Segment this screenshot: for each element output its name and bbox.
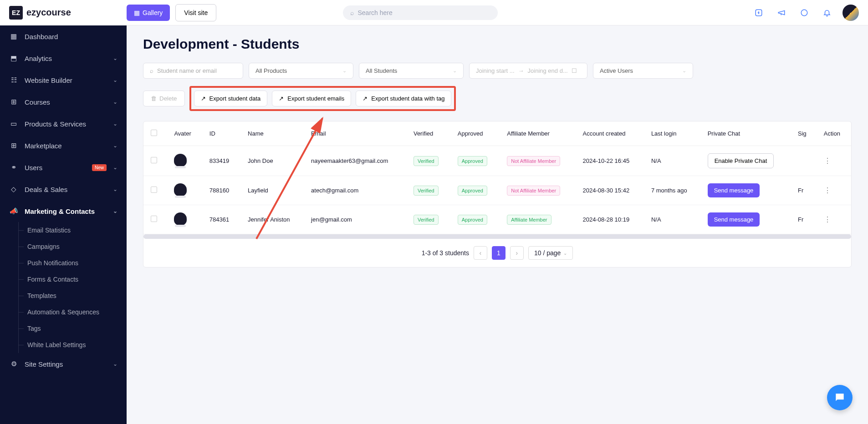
row-actions-menu[interactable]: ⋮ [824,157,831,165]
delete-label: Delete [159,95,177,102]
horizontal-scrollbar[interactable] [143,234,851,239]
sidebar-label: Users [25,164,84,172]
sidebar-item-products-services[interactable]: ▭ Products & Services ⌄ [0,113,127,135]
page-title: Development - Students [143,36,852,52]
export-buttons-highlight: ↗ Export student data ↗ Export student e… [189,86,456,111]
sidebar-label: Marketplace [25,142,107,150]
dashboard-icon: ▦ [9,32,18,41]
sidebar-label: Courses [25,98,107,106]
sidebar-item-users[interactable]: ⚭ Users New ⌄ [0,156,127,178]
date-end: Joining end d... [528,67,568,74]
products-icon: ▭ [9,119,18,128]
sidebar-sub-campaigns[interactable]: Campaigns [18,238,127,255]
chevron-down-icon: ⌄ [682,68,686,74]
approved-badge: Approved [458,156,487,166]
sidebar-sub-tags[interactable]: Tags [18,320,127,337]
export-student-data-tag-button[interactable]: ↗ Export student data with tag [356,91,451,106]
chat-fab-button[interactable] [827,385,853,410]
send-message-button[interactable]: Send message [708,183,760,197]
chevron-down-icon: ⌄ [113,99,117,105]
sidebar-item-dashboard[interactable]: ▦ Dashboard [0,25,127,47]
cell-name: Layfield [240,176,304,205]
message-icon[interactable] [797,5,812,20]
sidebar-sub-forms-contacts[interactable]: Forms & Contacts [18,271,127,288]
products-value: All Products [255,67,287,74]
search-placeholder: Search here [357,9,392,16]
cell-name: Jennifer Aniston [240,205,304,234]
affiliate-badge: Not Affiliate Member [507,156,560,166]
row-checkbox[interactable] [151,187,157,193]
sidebar-label: Analytics [25,55,107,62]
date-start: Joining start ... [476,67,515,74]
settings-icon: ⚙ [9,359,18,368]
cell-sig: Fr [791,205,817,234]
row-checkbox[interactable] [151,157,157,163]
search-icon: ⌕ [350,9,354,16]
row-actions-menu[interactable]: ⋮ [824,187,831,194]
next-page-button[interactable]: › [510,246,524,260]
students-value: All Students [366,67,397,74]
delete-button[interactable]: 🗑 Delete [143,91,185,106]
verified-badge: Verified [414,156,439,166]
send-message-button[interactable]: Send message [708,212,760,227]
gallery-button[interactable]: ▦ Gallery [127,5,170,21]
products-filter[interactable]: All Products ⌄ [249,63,353,79]
export-student-emails-button[interactable]: ↗ Export student emails [272,91,351,106]
announcement-icon[interactable] [774,5,789,20]
row-actions-menu[interactable]: ⋮ [824,216,831,223]
chevron-down-icon: ⌄ [113,77,117,83]
chevron-down-icon: ⌄ [342,68,347,74]
sidebar-item-courses[interactable]: ⊞ Courses ⌄ [0,91,127,113]
column-header: Account created [575,121,643,146]
prev-page-button[interactable]: ‹ [474,246,487,260]
gallery-icon: ▦ [134,9,140,16]
column-header: Private Chat [700,121,791,146]
facebook-icon[interactable] [751,5,766,20]
per-page-label: 10 / page [534,249,561,257]
sidebar-item-analytics[interactable]: ⬒ Analytics ⌄ [0,47,127,69]
search-icon: ⌕ [150,67,153,74]
export-student-data-button[interactable]: ↗ Export student data [194,91,268,106]
student-search-input[interactable]: ⌕ Student name or email [143,63,243,79]
sidebar-item-deals-sales[interactable]: ◇ Deals & Sales ⌄ [0,178,127,200]
sidebar-sub-white-label-settings[interactable]: White Label Settings [18,337,127,353]
website-icon: ☷ [9,76,18,85]
avatar-icon [174,183,187,196]
sidebar-sub-templates[interactable]: Templates [18,288,127,304]
chevron-down-icon: ⌄ [113,55,117,61]
column-header: Action [817,121,851,146]
calendar-icon: ☐ [572,67,577,74]
brand-logo[interactable]: EZ ezycourse [9,6,127,20]
marketplace-icon: ⊞ [9,141,18,150]
sidebar-sub-automation-sequences[interactable]: Automation & Sequences [18,304,127,320]
status-filter[interactable]: Active Users ⌄ [593,63,693,79]
sidebar-sub-email-statistics[interactable]: Email Statistics [18,222,127,238]
notification-bell-icon[interactable] [820,5,834,20]
sidebar-item-marketplace[interactable]: ⊞ Marketplace ⌄ [0,135,127,156]
chevron-down-icon: ⌄ [113,164,117,171]
visit-site-button[interactable]: Visit site [175,4,216,21]
cell-name: John Doe [240,146,304,176]
verified-badge: Verified [414,215,439,225]
export3-label: Export student data with tag [371,95,444,102]
page-1-button[interactable]: 1 [492,246,505,260]
row-checkbox[interactable] [151,216,157,222]
global-search[interactable]: ⌕ Search here [343,5,498,20]
avatar-icon [174,212,187,225]
column-header: ID [202,121,240,146]
date-range-filter[interactable]: Joining start ... → Joining end d... ☐ [469,63,587,79]
column-header: Approved [450,121,500,146]
select-all-checkbox[interactable] [151,130,157,136]
per-page-select[interactable]: 10 / page ⌄ [528,246,573,260]
column-header: Avater [167,121,202,146]
sidebar-label: Products & Services [25,120,107,128]
marketing-icon: 📣 [9,207,18,216]
sidebar-item-website-builder[interactable]: ☷ Website Builder ⌄ [0,69,127,91]
external-link-icon: ↗ [201,95,206,102]
enable-chat-button[interactable]: Enable Private Chat [708,153,774,168]
sidebar-sub-push-notifications[interactable]: Push Notifications [18,255,127,271]
sidebar-item-marketing-contacts[interactable]: 📣 Marketing & Contacts ⌄ [0,200,127,222]
sidebar-item-site-settings[interactable]: ⚙ Site Settings ⌄ [0,353,127,375]
user-avatar[interactable] [842,5,859,21]
students-filter[interactable]: All Students ⌄ [359,63,464,79]
